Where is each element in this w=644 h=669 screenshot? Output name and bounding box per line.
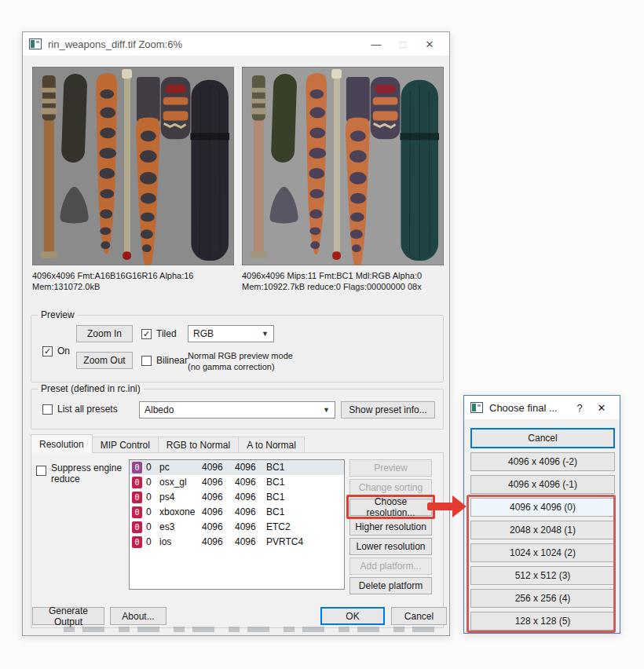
chooser-title: Choose final ...	[489, 402, 569, 414]
higher-resolution-button[interactable]: Higher resolution	[349, 518, 432, 536]
platform-row-osx-gl[interactable]: 0 0 osx_gl 4096 4096 BC1	[130, 475, 344, 490]
tab-a-to-normal[interactable]: A to Normal	[238, 437, 305, 453]
bilinear-checkbox-label: Bilinear	[156, 355, 188, 366]
texture-art-left	[33, 68, 233, 265]
preset-select[interactable]: Albedo ▼	[139, 401, 335, 419]
platform-width: 4096	[202, 521, 223, 532]
platform-row-xboxone[interactable]: 0 0 xboxone 4096 4096 BC1	[130, 505, 344, 520]
app-icon	[29, 38, 42, 49]
resolution-option-512-3[interactable]: 512 x 512 (3)	[470, 566, 615, 585]
resolution-option-4096-m2[interactable]: 4096 x 4096 (-2)	[470, 452, 615, 471]
about-button[interactable]: About...	[110, 607, 166, 625]
texture-preview-source	[32, 67, 234, 265]
resolution-option-2048-1[interactable]: 2048 x 2048 (1)	[470, 521, 615, 539]
list-all-presets-checkbox[interactable]: List all presets	[42, 404, 118, 415]
mip-badge: 0	[132, 477, 142, 488]
help-icon[interactable]: ?	[569, 397, 590, 419]
platform-height: 4096	[235, 506, 256, 517]
main-titlebar[interactable]: rin_weapons_diff.tif Zoom:6% — □ ✕	[23, 32, 449, 57]
cancel-button[interactable]: Cancel	[391, 607, 447, 625]
preset-select-value: Albedo	[145, 404, 174, 415]
resolution-option-128-5[interactable]: 128 x 128 (5)	[470, 612, 615, 631]
on-checkbox-label: On	[57, 345, 70, 356]
delete-platform-button[interactable]: Delete platform	[349, 577, 432, 594]
bilinear-checkbox[interactable]: Bilinear	[141, 355, 188, 366]
maximize-icon[interactable]: □	[390, 33, 416, 56]
source-caption-line1: 4096x4096 Fmt:A16B16G16R16 Alpha:16	[32, 270, 193, 281]
zoom-out-button[interactable]: Zoom Out	[76, 352, 133, 369]
close-icon[interactable]: ✕	[416, 33, 443, 56]
chooser-cancel-button[interactable]: Cancel	[470, 428, 615, 448]
tiled-checkbox-box[interactable]: ✓	[141, 329, 152, 339]
platform-row-ios[interactable]: 0 0 ios 4096 4096 PVRTC4	[130, 535, 344, 550]
generate-output-button[interactable]: Generate Output	[32, 607, 104, 625]
show-preset-info-button[interactable]: Show preset info...	[341, 401, 435, 419]
add-platform-button[interactable]: Add platform...	[349, 558, 432, 575]
platform-format: BC1	[266, 492, 284, 503]
platform-row-ps4[interactable]: 0 0 ps4 4096 4096 BC1	[130, 490, 344, 505]
suppress-engine-reduce-box[interactable]	[36, 466, 46, 476]
platform-name: xboxone	[159, 506, 195, 517]
channel-select[interactable]: RGB ▼	[188, 325, 274, 342]
on-checkbox[interactable]: ✓ On	[42, 345, 70, 356]
platform-list[interactable]: 0 0 pc 4096 4096 BC1 0 0 osx_gl 4096 409…	[129, 459, 345, 590]
on-checkbox-box[interactable]: ✓	[42, 346, 53, 356]
platform-height: 4096	[235, 477, 256, 488]
suppress-engine-reduce-checkbox[interactable]: Suppress engine reduce	[36, 462, 124, 484]
platform-num: 0	[146, 521, 152, 532]
platform-row-pc[interactable]: 0 0 pc 4096 4096 BC1	[130, 460, 344, 475]
resolution-option-4096-0[interactable]: 4096 x 4096 (0)	[470, 498, 615, 517]
app-icon	[470, 402, 483, 413]
platform-num: 0	[146, 492, 152, 503]
ok-button[interactable]: OK	[320, 607, 385, 625]
chevron-down-icon: ▼	[323, 406, 330, 414]
mip-badge: 0	[132, 492, 142, 503]
platform-height: 4096	[235, 492, 256, 503]
platform-height: 4096	[235, 536, 256, 547]
preview-mode-note-line2: (no gamma correction)	[188, 361, 293, 372]
preview-button[interactable]: Preview	[349, 459, 432, 477]
change-sorting-button[interactable]: Change sorting	[349, 479, 432, 496]
chevron-down-icon: ▼	[262, 330, 269, 338]
choose-resolution-button[interactable]: Choose resolution...	[349, 499, 432, 516]
suppress-engine-reduce-label: Suppress engine reduce	[51, 462, 124, 484]
screenshot-canvas: rin_weapons_diff.tif Zoom:6% — □ ✕	[0, 0, 644, 669]
lower-resolution-button[interactable]: Lower resolution	[349, 538, 432, 555]
platform-row-es3[interactable]: 0 0 es3 4096 4096 ETC2	[130, 520, 344, 535]
platform-format: BC1	[266, 462, 284, 473]
preset-group-label: Preset (defined in rc.ini)	[38, 383, 144, 394]
zoom-in-button[interactable]: Zoom In	[76, 325, 133, 342]
platform-height: 4096	[235, 462, 256, 473]
compressed-caption: 4096x4096 Mips:11 Fmt:BC1 Mdl:RGB Alpha:…	[242, 270, 422, 292]
resolution-option-4096-m1[interactable]: 4096 x 4096 (-1)	[470, 475, 615, 494]
tab-resolution[interactable]: Resolution	[31, 434, 93, 453]
tab-bar: Resolution MIP Control RGB to Normal A t…	[31, 434, 304, 453]
resolution-option-256-4[interactable]: 256 x 256 (4)	[470, 589, 615, 608]
preview-group: Preview ✓ On Zoom In Zoom Out ✓ Tiled Bi…	[31, 315, 444, 382]
texture-art-right	[243, 68, 443, 265]
preview-mode-note-line1: Normal RGB preview mode	[188, 350, 293, 361]
tab-rgb-to-normal[interactable]: RGB to Normal	[158, 437, 239, 453]
source-caption: 4096x4096 Fmt:A16B16G16R16 Alpha:16 Mem:…	[32, 270, 193, 292]
bilinear-checkbox-box[interactable]	[141, 356, 152, 366]
tab-mip-control[interactable]: MIP Control	[92, 437, 159, 453]
close-icon[interactable]: ✕	[590, 397, 613, 419]
mip-badge: 0	[132, 506, 142, 518]
chooser-titlebar[interactable]: Choose final ... ? ✕	[464, 396, 620, 420]
source-caption-line2: Mem:131072.0kB	[32, 281, 193, 292]
mip-badge: 0	[132, 536, 142, 548]
resolution-option-1024-2[interactable]: 1024 x 1024 (2)	[470, 543, 615, 562]
platform-format: BC1	[266, 477, 284, 488]
preview-group-label: Preview	[38, 309, 78, 320]
compressed-caption-line2: Mem:10922.7kB reduce:0 Flags:00000000 08…	[242, 281, 422, 292]
list-all-presets-checkbox-box[interactable]	[42, 404, 53, 415]
annotation-arrow	[427, 494, 467, 519]
list-all-presets-label: List all presets	[57, 404, 118, 415]
preview-mode-note: Normal RGB preview mode (no gamma correc…	[188, 350, 293, 372]
texture-preview-compressed	[242, 67, 444, 265]
platform-name: ios	[159, 536, 171, 547]
resolution-actions: Preview Change sorting Choose resolution…	[349, 459, 432, 594]
platform-format: BC1	[266, 506, 284, 517]
minimize-icon[interactable]: —	[363, 33, 390, 56]
tiled-checkbox[interactable]: ✓ Tiled	[141, 328, 177, 339]
